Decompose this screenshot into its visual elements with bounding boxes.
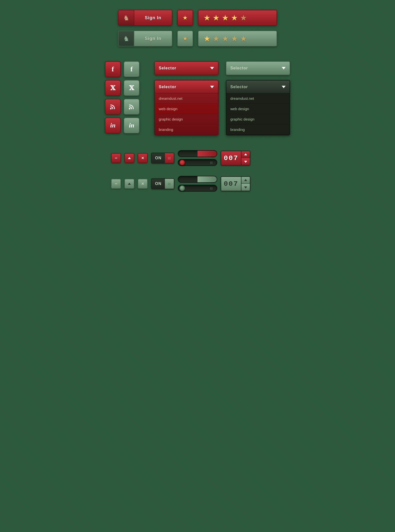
selector-green-label: Selector	[230, 66, 248, 70]
slider-track-3[interactable]	[178, 176, 217, 183]
slider-fill-green	[198, 176, 217, 182]
signin-button-green[interactable]: ♞ Sign In	[118, 31, 172, 46]
star-button-green[interactable]: ★	[177, 31, 193, 46]
star-5: ★	[240, 13, 247, 22]
facebook-icon-green[interactable]: f	[124, 61, 139, 77]
twitter-icon-red[interactable]: 𝕏	[105, 80, 121, 96]
selector-dark-item-3[interactable]: graphic design	[226, 114, 290, 124]
star-g-4: ★	[231, 34, 238, 43]
minus-button-green[interactable]: −	[111, 179, 121, 189]
linkedin-icon-red[interactable]: in	[105, 118, 121, 133]
star-3: ★	[222, 13, 229, 22]
number-arrows-red	[241, 151, 250, 165]
linkedin-icon-green[interactable]: in	[124, 118, 139, 133]
close-icon-green: ✕	[141, 182, 144, 186]
number-down-red[interactable]	[241, 158, 250, 165]
up-button-green[interactable]	[124, 179, 134, 189]
close-button-green[interactable]: ✕	[138, 179, 148, 189]
controls-row-red: − ✕ ON |||	[111, 150, 284, 166]
triangle-up-icon-green	[128, 183, 131, 185]
stars-rating-green[interactable]: ★ ★ ★ ★ ★	[198, 31, 277, 46]
star-2: ★	[213, 13, 220, 22]
number-up-icon-green	[244, 179, 247, 181]
toggle-handle-red: |||	[165, 153, 174, 164]
star-g-5: ★	[240, 34, 247, 43]
number-up-red[interactable]	[241, 151, 250, 158]
toggle-handle-green: |||	[165, 178, 174, 189]
svg-point-1	[129, 108, 130, 109]
selector-dark-item-4[interactable]: branding	[226, 124, 290, 135]
minus-icon: −	[115, 156, 118, 161]
selector-dark-item-1[interactable]: dreamdust.net	[226, 93, 290, 104]
handle-lines-green: |||	[168, 182, 171, 185]
close-button-red[interactable]: ✕	[138, 153, 148, 163]
selectors-expanded-row: Selector dreamdust.net web design graphi…	[154, 80, 290, 135]
svg-point-0	[110, 108, 112, 109]
rss-row	[105, 99, 139, 115]
chevron-down-icon-exp	[210, 86, 214, 88]
signin-label-green: Sign In	[134, 36, 172, 41]
on-label-green: ON	[152, 182, 165, 186]
facebook-row: f f	[105, 61, 139, 77]
selector-dark-label: Selector	[230, 85, 248, 89]
horse-icon-green: ♞	[118, 31, 134, 46]
star-4: ★	[231, 13, 238, 22]
on-label: ON	[152, 156, 165, 160]
controls-row-green: − ✕ ON |||	[111, 176, 284, 192]
slider-track-4[interactable]: |||	[178, 185, 217, 192]
horse-icon: ♞	[118, 10, 134, 26]
star-button-red[interactable]: ★	[177, 10, 193, 26]
slider-handle-label: |||	[210, 161, 213, 164]
selector-dark-expanded[interactable]: Selector dreamdust.net web design graphi…	[226, 80, 290, 135]
selector-item-3[interactable]: graphic design	[155, 114, 218, 124]
controls-section: − ✕ ON |||	[111, 150, 284, 192]
star-icon-single-red: ★	[182, 14, 188, 21]
handle-lines: |||	[168, 157, 171, 160]
slider-thumb-red-left	[179, 160, 185, 165]
selector-item-1[interactable]: dreamdust.net	[155, 93, 218, 104]
slider-group-red: |||	[178, 150, 217, 166]
number-down-icon	[244, 161, 247, 163]
triangle-up-icon	[128, 157, 131, 159]
slider-track-2[interactable]: |||	[178, 159, 217, 166]
number-up-green[interactable]	[241, 176, 250, 184]
toggle-on-green[interactable]: ON |||	[151, 178, 174, 189]
up-button-red[interactable]	[124, 153, 134, 163]
star-icon-single-green: ★	[182, 35, 188, 42]
slider-track-1[interactable]	[178, 150, 217, 157]
slider-thumb-green-left	[179, 185, 185, 191]
slider-fill-red	[198, 151, 217, 157]
rss-icon-green[interactable]	[124, 99, 139, 115]
signin-button-red[interactable]: ♞ Sign In	[118, 10, 172, 26]
selector-dark-item-2[interactable]: web design	[226, 104, 290, 114]
number-down-icon-green	[244, 186, 247, 188]
close-icon: ✕	[141, 156, 144, 160]
minus-button-red[interactable]: −	[111, 153, 121, 163]
star-g-3: ★	[222, 34, 229, 43]
stars-rating-red[interactable]: ★ ★ ★ ★ ★	[198, 10, 277, 26]
selector-red-label: Selector	[159, 66, 176, 70]
selector-red-collapsed[interactable]: Selector	[154, 61, 218, 75]
signin-label-red: Sign In	[134, 15, 172, 20]
minus-icon-green: −	[115, 181, 118, 186]
number-down-green[interactable]	[241, 184, 250, 191]
slider-handle-label-green: |||	[210, 187, 213, 190]
selector-green-collapsed[interactable]: Selector	[226, 61, 290, 75]
number-value-green: 007	[221, 176, 241, 191]
number-up-icon	[244, 153, 247, 155]
selector-red-expanded[interactable]: Selector dreamdust.net web design graphi…	[154, 80, 218, 135]
twitter-icon-green[interactable]: 𝕏	[124, 80, 139, 96]
facebook-icon-red[interactable]: f	[105, 61, 121, 77]
selector-item-4[interactable]: branding	[155, 124, 218, 135]
rss-icon-red[interactable]	[105, 99, 121, 115]
slider-group-green: |||	[178, 176, 217, 192]
number-display-red: 007	[221, 151, 250, 165]
star-1: ★	[203, 13, 211, 22]
toggle-on-red[interactable]: ON |||	[151, 153, 174, 164]
star-g-1: ★	[203, 34, 211, 43]
chevron-down-icon-green	[282, 67, 286, 69]
star-g-2: ★	[213, 34, 220, 43]
chevron-down-icon	[210, 67, 214, 69]
selector-item-2[interactable]: web design	[155, 104, 218, 114]
social-icons-group: f f 𝕏 𝕏	[105, 61, 139, 133]
